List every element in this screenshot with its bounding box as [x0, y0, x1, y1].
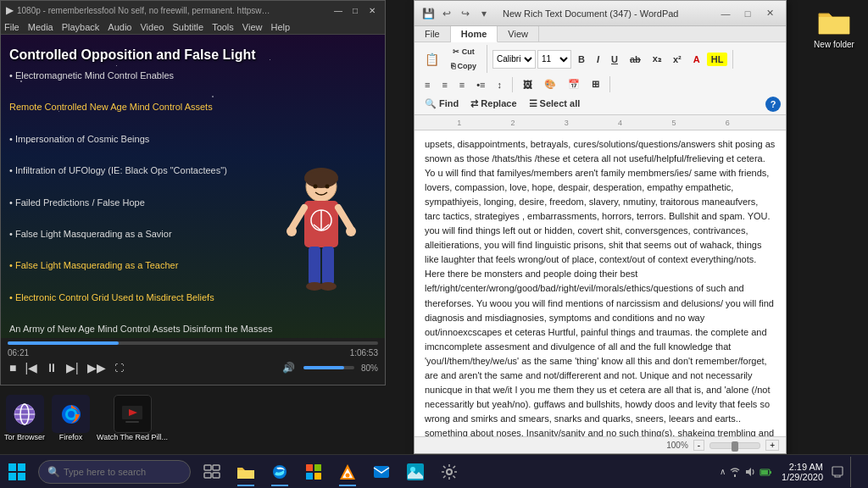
menu-playback[interactable]: Playback	[62, 22, 100, 32]
photos-taskbar[interactable]	[398, 455, 432, 489]
tab-view[interactable]: View	[498, 26, 539, 42]
strikethrough-button[interactable]: ab	[625, 52, 646, 67]
underline-button[interactable]: U	[606, 52, 623, 67]
store-taskbar[interactable]	[297, 455, 331, 489]
menu-media[interactable]: Media	[28, 22, 53, 32]
wordpad-win-controls: — □ ✕	[715, 2, 781, 25]
bold-button[interactable]: B	[573, 52, 590, 67]
cut-button[interactable]: ✂ Cut	[446, 45, 481, 58]
wp-redo-button[interactable]: ↪	[457, 5, 474, 22]
video-item-4: • Failed Predictions / False Hope	[9, 195, 376, 211]
media-minimize-button[interactable]: —	[331, 3, 346, 17]
file-explorer-taskbar[interactable]	[229, 455, 263, 489]
wordpad-toolbar: 📋 ✂ Cut ⎘ Copy Calibri 11 B I U ab x₂ x²	[415, 42, 786, 114]
italic-button[interactable]: I	[592, 52, 604, 67]
edge-taskbar[interactable]	[263, 455, 297, 489]
insert-datetime-button[interactable]: 📅	[563, 76, 585, 92]
taskbar-search-bar[interactable]: 🔍	[38, 460, 191, 484]
mail-taskbar[interactable]	[364, 455, 398, 489]
zoom-in-button[interactable]: +	[765, 440, 779, 451]
clock-display: 2:19 AM 1/29/2020	[782, 462, 823, 482]
fullscreen-button[interactable]: ⛶	[113, 363, 125, 373]
copy-button[interactable]: ⎘ Copy	[446, 59, 481, 73]
menu-file[interactable]: File	[4, 22, 19, 32]
task-view-button[interactable]	[195, 455, 229, 489]
zoom-slider[interactable]	[709, 442, 760, 449]
tab-file[interactable]: File	[415, 26, 451, 42]
ruler-mark-5: 5	[671, 119, 676, 127]
wordpad-text: upsets, disappointments, betrayals, cure…	[425, 137, 776, 436]
replace-button[interactable]: ⇄ Replace	[465, 96, 521, 112]
zoom-out-button[interactable]: -	[693, 440, 704, 451]
settings-taskbar[interactable]	[432, 455, 466, 489]
network-icon	[729, 466, 741, 478]
stop-button[interactable]: ■	[8, 361, 18, 374]
wp-maximize-button[interactable]: □	[737, 2, 759, 25]
action-center-button[interactable]	[832, 466, 843, 478]
vlc-taskbar[interactable]	[331, 455, 364, 489]
superscript-button[interactable]: x²	[668, 52, 687, 67]
start-button[interactable]	[0, 455, 34, 489]
insert-object-button[interactable]: ⊞	[587, 76, 604, 92]
ruler-mark-3: 3	[565, 119, 569, 127]
prev-button[interactable]: |◀	[23, 361, 39, 374]
volume-tray-icon	[744, 466, 756, 478]
zoom-slider-thumb	[732, 441, 738, 452]
selectall-button[interactable]: ☰ Select all	[524, 96, 586, 112]
menu-video[interactable]: Video	[140, 22, 164, 32]
media-close-button[interactable]: ✕	[364, 3, 380, 17]
ruler-mark-2: 2	[511, 119, 515, 127]
video-item-3: • Infiltration of UFOlogy (IE: Black Ops…	[9, 163, 376, 179]
align-center-button[interactable]: ≡	[437, 77, 452, 92]
skip-button[interactable]: ▶▶	[86, 361, 108, 374]
tab-home[interactable]: Home	[451, 26, 498, 42]
font-color-button[interactable]: A	[688, 52, 705, 67]
clipboard-group: 📋 ✂ Cut ⎘ Copy	[420, 45, 487, 73]
wp-save-button[interactable]: 💾	[420, 5, 437, 22]
paste-button[interactable]: 📋	[420, 50, 444, 69]
watch-video-icon[interactable]: Watch The Red Pill...	[97, 395, 168, 441]
progress-bar[interactable]	[8, 341, 378, 345]
align-left-button[interactable]: ≡	[420, 77, 435, 92]
play-button[interactable]: ⏸	[44, 361, 59, 374]
insert-paint-button[interactable]: 🎨	[539, 76, 561, 92]
video-item-1: Remote Controlled New Age Mind Control A…	[9, 99, 376, 115]
line-spacing-button[interactable]: ↕	[492, 77, 508, 92]
new-folder-img	[817, 4, 851, 38]
svg-rect-44	[374, 466, 389, 478]
volume-label: 80%	[361, 363, 378, 373]
help-button[interactable]: ?	[765, 97, 781, 112]
search-input[interactable]	[64, 467, 181, 477]
volume-fill	[303, 366, 344, 369]
volume-bar[interactable]	[303, 366, 354, 369]
highlight-button[interactable]: HL	[707, 53, 728, 66]
insert-picture-button[interactable]: 🖼	[518, 77, 537, 92]
wp-customise-button[interactable]: ▾	[476, 5, 492, 22]
align-right-button[interactable]: ≡	[454, 77, 470, 92]
font-family-select[interactable]: Calibri	[492, 50, 536, 69]
show-desktop-button[interactable]	[850, 457, 860, 487]
new-folder-label: New folder	[814, 40, 854, 49]
tray-up-arrow[interactable]: ∧	[720, 467, 726, 476]
subscript-button[interactable]: x₂	[648, 51, 666, 67]
firefox-icon[interactable]: Firefox	[52, 395, 90, 441]
wp-close-button[interactable]: ✕	[759, 2, 781, 25]
tor-browser-icon[interactable]: Tor Browser	[4, 395, 45, 441]
wp-minimize-button[interactable]: —	[715, 2, 737, 25]
media-maximize-button[interactable]: □	[348, 3, 363, 17]
video-items-list: • Electromagnetic Mind Control Enables R…	[9, 68, 376, 337]
new-folder-icon[interactable]: New folder	[804, 4, 864, 49]
bullets-button[interactable]: •≡	[471, 77, 490, 92]
menu-tools[interactable]: Tools	[212, 22, 234, 32]
menu-subtitle[interactable]: Subtitle	[172, 22, 203, 32]
wordpad-content-area[interactable]: upsets, disappointments, betrayals, cure…	[415, 130, 786, 436]
wp-undo-button[interactable]: ↩	[438, 5, 455, 22]
svg-point-24	[68, 411, 75, 418]
menu-view[interactable]: View	[242, 22, 263, 32]
font-size-select[interactable]: 11	[537, 50, 571, 69]
menu-audio[interactable]: Audio	[108, 22, 131, 32]
next-button[interactable]: ▶|	[64, 361, 81, 374]
media-title-text: 1080p - rememberlessfool No self, no fre…	[17, 6, 271, 15]
menu-help[interactable]: Help	[270, 22, 290, 32]
find-button[interactable]: 🔍 Find	[420, 96, 464, 112]
